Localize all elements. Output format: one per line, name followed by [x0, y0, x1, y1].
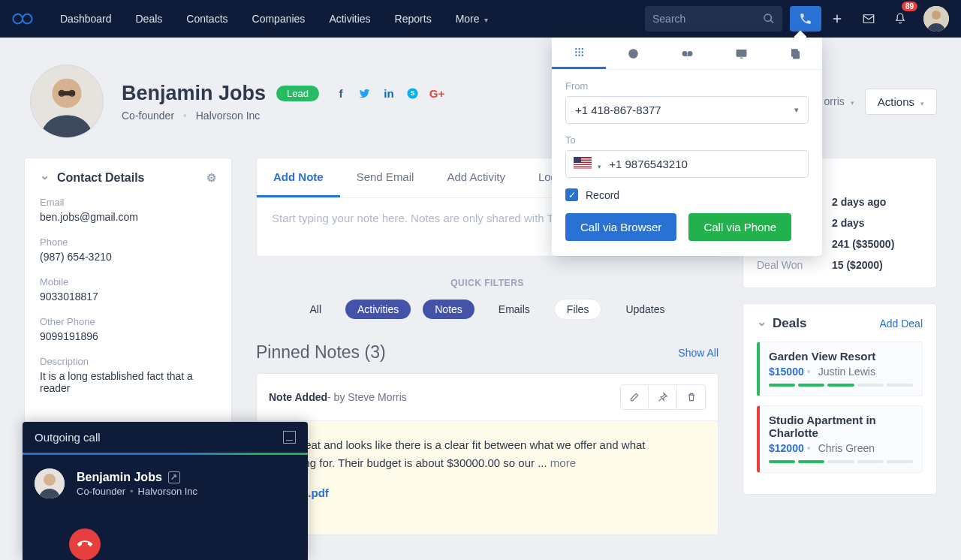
contact-details-title: Contact Details — [57, 171, 144, 185]
deals-header[interactable]: Deals Add Deal — [757, 316, 923, 331]
nav-reports[interactable]: Reports — [395, 13, 432, 25]
call-title: Outgoing call — [35, 431, 101, 444]
nav-dashboard[interactable]: Dashboard — [60, 13, 112, 25]
to-input[interactable]: +1 9876543210 — [565, 150, 809, 178]
skype-icon[interactable]: S — [406, 86, 420, 100]
hangup-button[interactable] — [69, 528, 101, 560]
dialpad-tab[interactable] — [552, 38, 606, 69]
call-contact-role: Co-founder — [77, 486, 125, 497]
filter-emails[interactable]: Emails — [487, 300, 542, 319]
copy-tab[interactable] — [768, 38, 822, 69]
stat-value: 241 ($35000) — [832, 238, 894, 250]
voicemail-tab[interactable] — [660, 38, 714, 69]
deal-price: $12000 — [769, 442, 804, 454]
contact-company: Halvorson Inc — [196, 110, 261, 122]
actions-button[interactable]: Actions — [865, 89, 937, 115]
deal-name: Studio Apartment in Charlotte — [769, 414, 913, 439]
svg-point-15 — [578, 51, 580, 53]
other-phone-value[interactable]: 9099191896 — [40, 330, 216, 342]
assigned-to-dropdown[interactable]: orris — [824, 95, 854, 107]
contact-heading: Benjamin Jobs Lead f in S G+ Co-founder … — [122, 82, 444, 122]
call-contact-name: Benjamin Jobs — [77, 471, 162, 484]
country-flag-dropdown[interactable] — [574, 157, 609, 171]
googleplus-icon[interactable]: G+ — [430, 86, 444, 100]
facebook-icon[interactable]: f — [334, 86, 348, 100]
record-checkbox[interactable]: ✓ — [565, 188, 578, 201]
nav-companies[interactable]: Companies — [252, 13, 306, 25]
deal-card[interactable]: Garden View Resort $15000•Justin Lewis — [757, 342, 923, 396]
user-avatar[interactable] — [923, 6, 949, 32]
add-deal-link[interactable]: Add Deal — [879, 318, 923, 330]
gear-icon[interactable]: ⚙ — [206, 171, 216, 185]
nav-more[interactable]: More — [456, 13, 488, 25]
edit-icon[interactable] — [620, 384, 649, 410]
filter-all[interactable]: All — [297, 300, 333, 319]
show-all-link[interactable]: Show All — [678, 347, 718, 359]
delete-icon[interactable] — [677, 384, 706, 410]
field-label: Phone — [40, 236, 216, 248]
note-body: was great and looks like there is a clea… — [257, 421, 718, 534]
filter-notes[interactable]: Notes — [423, 300, 474, 319]
description-value: It is a long established fact that a rea… — [40, 370, 216, 394]
top-nav: Dashboard Deals Contacts Companies Activ… — [0, 0, 961, 38]
filter-updates[interactable]: Updates — [613, 300, 676, 319]
contact-details-header[interactable]: Contact Details ⚙ — [40, 170, 216, 185]
svg-point-3 — [932, 11, 941, 20]
tab-add-note[interactable]: Add Note — [257, 158, 340, 197]
from-select[interactable]: +1 418-867-8377 — [565, 96, 809, 124]
pinned-note: Note Added - by Steve Morris was great a… — [256, 373, 718, 535]
stage-badge[interactable]: Lead — [276, 86, 319, 101]
deal-owner: Justin Lewis — [818, 366, 875, 378]
history-tab[interactable] — [606, 38, 660, 69]
screen-tab[interactable] — [714, 38, 768, 69]
linkedin-icon[interactable]: in — [382, 86, 396, 100]
quick-filters: All Activities Notes Emails Files Update… — [256, 299, 718, 320]
search-input[interactable]: Search — [645, 6, 782, 32]
dialer-popover: From +1 418-867-8377 To +1 9876543210 ✓ … — [552, 38, 822, 256]
email-value[interactable]: ben.jobs@gmail.com — [40, 211, 216, 223]
more-link[interactable]: more — [550, 456, 576, 469]
us-flag-icon — [574, 157, 592, 169]
filter-activities[interactable]: Activities — [345, 300, 411, 319]
deal-card[interactable]: Studio Apartment in Charlotte $12000•Chr… — [757, 405, 923, 473]
deal-progress — [769, 460, 913, 463]
deals-title: Deals — [773, 316, 806, 331]
svg-rect-32 — [574, 157, 581, 163]
call-browser-button[interactable]: Call via Browser — [565, 213, 676, 241]
tab-add-activity[interactable]: Add Activity — [430, 158, 522, 197]
nav-deals[interactable]: Deals — [136, 13, 163, 25]
app-logo[interactable] — [12, 9, 33, 29]
svg-point-22 — [688, 51, 692, 56]
deal-price: $15000 — [769, 366, 804, 378]
contact-role: Co-founder — [122, 110, 174, 122]
mobile-value[interactable]: 9033018817 — [40, 291, 216, 303]
attachment-file[interactable]: oposal.pdf — [272, 484, 703, 502]
field-label: Description — [40, 356, 216, 367]
tab-send-email[interactable]: Send Email — [340, 158, 431, 197]
attachment-size: 5 MB — [272, 502, 703, 518]
minimize-icon[interactable] — [283, 431, 296, 444]
twitter-icon[interactable] — [358, 86, 372, 100]
phone-dialer-button[interactable] — [790, 6, 821, 32]
nav-contacts[interactable]: Contacts — [186, 13, 227, 25]
filter-files[interactable]: Files — [554, 299, 602, 320]
popout-icon[interactable]: ↗ — [168, 471, 180, 483]
search-placeholder: Search — [652, 13, 763, 25]
call-contact-company: Halvorson Inc — [138, 486, 197, 497]
add-button[interactable] — [821, 6, 853, 32]
pin-icon[interactable] — [649, 384, 677, 410]
call-phone-button[interactable]: Call via Phone — [688, 213, 791, 241]
nav-activities[interactable]: Activities — [329, 13, 370, 25]
svg-rect-6 — [59, 91, 75, 95]
svg-point-12 — [578, 48, 580, 50]
notifications-button[interactable]: 89 — [884, 6, 916, 32]
record-label: Record — [586, 189, 619, 201]
deal-owner: Chris Green — [818, 442, 875, 454]
deals-card: Deals Add Deal Garden View Resort $15000… — [743, 303, 937, 495]
svg-rect-25 — [791, 49, 797, 56]
svg-point-19 — [581, 55, 583, 56]
svg-point-14 — [575, 51, 577, 53]
phone-value[interactable]: (987) 654-3210 — [40, 251, 216, 263]
stat-label: Deal Won — [757, 259, 832, 271]
mail-button[interactable] — [853, 6, 884, 32]
